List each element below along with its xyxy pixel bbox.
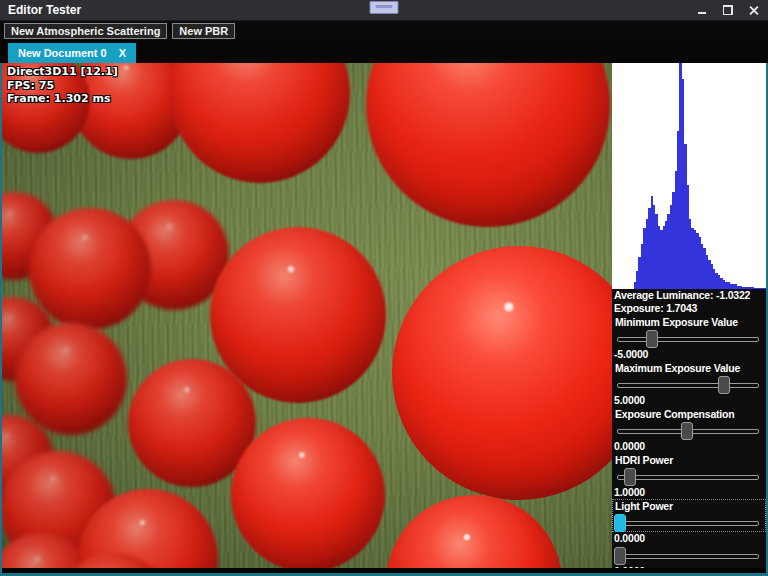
control-minimum-exposure-value: Minimum Exposure Value-5.0000 [612, 315, 766, 360]
slider-track[interactable] [617, 383, 759, 388]
luminance-histogram [612, 63, 766, 289]
histogram-bar [764, 288, 766, 289]
minimize-icon [698, 12, 706, 14]
tab-new-document-0[interactable]: New Document 0 X [8, 43, 136, 63]
stats-fps: FPS: 75 [7, 79, 118, 93]
control-box: Minimum Exposure Value [612, 315, 766, 348]
control-label: HDRI Power [613, 454, 765, 467]
maximize-button[interactable] [722, 4, 734, 16]
control-box: Exposure Compensation [612, 407, 766, 440]
focused-control-box: Light Power [612, 499, 766, 532]
dock-indicator[interactable] [370, 1, 399, 14]
sphere [386, 495, 562, 568]
control-label: Light Power [613, 500, 765, 513]
control-value: 5.0000 [612, 394, 766, 407]
panel-controls: Minimum Exposure Value-5.0000Maximum Exp… [612, 314, 766, 568]
slider-thumb[interactable] [718, 376, 730, 394]
slider-thumb[interactable] [624, 468, 636, 486]
slider-track[interactable] [617, 475, 759, 480]
panel-readouts: Average Luminance: -1.0322 Exposure: 1.7… [612, 289, 766, 314]
slider-thumb[interactable] [646, 330, 658, 348]
sphere [366, 63, 610, 227]
close-button[interactable] [748, 4, 760, 16]
slider-track[interactable] [617, 554, 759, 559]
tab-close-button[interactable]: X [119, 47, 126, 59]
scene[interactable] [2, 63, 612, 568]
control-maximum-exposure-value: Maximum Exposure Value5.0000 [612, 361, 766, 406]
control-box: HDRI Power [612, 453, 766, 486]
slider-aux-5[interactable] [613, 547, 765, 563]
slider-maximum-exposure-value[interactable] [613, 376, 765, 392]
tab-row: New Document 0 X [0, 40, 768, 63]
bottom-window-border [0, 568, 768, 576]
stats-frame-time: Frame: 1.302 ms [7, 92, 118, 106]
slider-thumb[interactable] [681, 422, 693, 440]
slider-light-power[interactable] [613, 514, 765, 530]
slider-track[interactable] [617, 521, 759, 526]
close-icon [749, 5, 759, 15]
tonemap-panel: Average Luminance: -1.0322 Exposure: 1.7… [612, 63, 766, 568]
sphere [231, 418, 385, 568]
control-label: Minimum Exposure Value [613, 316, 765, 329]
new-pbr-button[interactable]: New PBR [172, 23, 235, 39]
new-atmospheric-scattering-button[interactable]: New Atmospheric Scattering [4, 23, 167, 39]
control-value: 1.0000 [612, 486, 766, 499]
slider-hdri-power[interactable] [613, 468, 765, 484]
sphere [170, 63, 350, 183]
viewport-3d[interactable]: Direct3D11 [12.1] FPS: 75 Frame: 1.302 m… [2, 63, 612, 568]
toolbar: New Atmospheric Scattering New PBR [0, 21, 768, 40]
control-light-power: Light Power0.0000 [612, 499, 766, 544]
app-window: Editor Tester New Atmospheric Scattering… [0, 0, 768, 576]
control-exposure-compensation: Exposure Compensation0.0000 [612, 407, 766, 452]
control-box [612, 545, 766, 565]
sphere [392, 246, 612, 500]
slider-exposure-compensation[interactable] [613, 422, 765, 438]
control-label: Maximum Exposure Value [613, 362, 765, 375]
exposure-readout: Exposure: 1.7043 [612, 302, 766, 315]
slider-thumb[interactable] [614, 547, 626, 565]
window-title: Editor Tester [8, 3, 81, 17]
sphere [29, 208, 151, 330]
control-value: 0.0000 [612, 440, 766, 453]
control-label: Exposure Compensation [613, 408, 765, 421]
render-stats: Direct3D11 [12.1] FPS: 75 Frame: 1.302 m… [7, 65, 118, 106]
tab-label: New Document 0 [18, 47, 107, 59]
maximize-icon [723, 5, 733, 15]
main-content: Direct3D11 [12.1] FPS: 75 Frame: 1.302 m… [0, 63, 768, 568]
window-controls [696, 0, 760, 20]
slider-thumb[interactable] [614, 514, 626, 532]
slider-minimum-exposure-value[interactable] [613, 330, 765, 346]
control-value: 0.0000 [612, 532, 766, 545]
control-value: -5.0000 [612, 348, 766, 361]
control-aux-5: 0.0000 [612, 545, 766, 568]
control-box: Maximum Exposure Value [612, 361, 766, 394]
control-value: 0.0000 [612, 565, 766, 568]
title-bar[interactable]: Editor Tester [0, 0, 768, 21]
control-hdri-power: HDRI Power1.0000 [612, 453, 766, 498]
stats-renderer: Direct3D11 [12.1] [7, 65, 118, 79]
average-luminance-readout: Average Luminance: -1.0322 [612, 289, 766, 302]
minimize-button[interactable] [696, 4, 708, 16]
slider-track[interactable] [617, 337, 759, 342]
sphere [15, 323, 127, 435]
